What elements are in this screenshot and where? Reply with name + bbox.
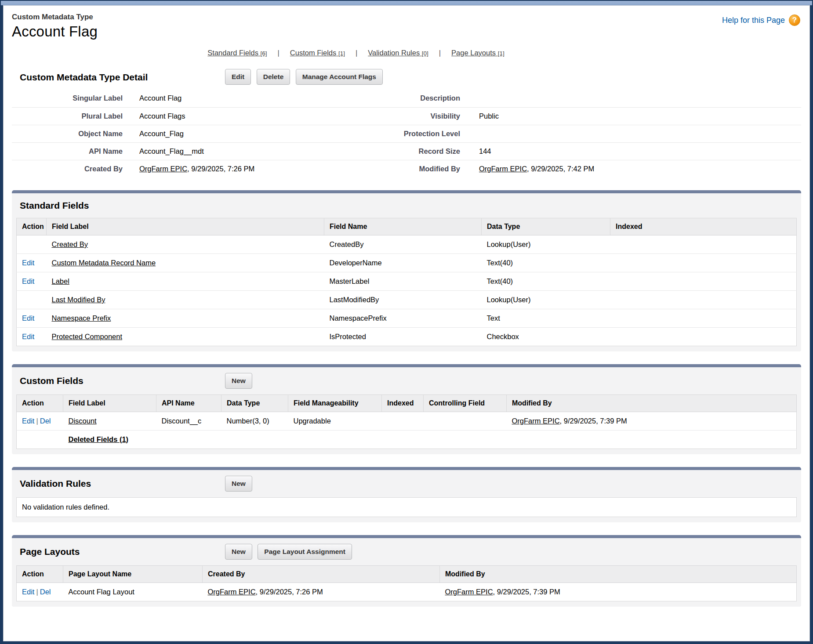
standard-fields-section: Standard Fields Action Field Label Field… xyxy=(12,190,801,351)
section-header-bar xyxy=(12,190,801,193)
controlling-field-cell xyxy=(424,412,507,431)
nav-link-validation-rules[interactable]: Validation Rules [0] xyxy=(368,49,428,57)
nav-link-label: Custom Fields xyxy=(290,49,336,57)
table-row: Edit Namespace Prefix NamespacePrefix Te… xyxy=(17,309,797,328)
help-area: Help for this Page ? xyxy=(722,14,800,26)
detail-label: Created By xyxy=(12,160,126,177)
field-manageability-cell: Upgradable xyxy=(288,412,382,431)
indexed-cell xyxy=(610,235,797,254)
field-label-link[interactable]: Discount xyxy=(69,417,97,425)
detail-row: Created By OrgFarm EPIC, 9/29/2025, 7:26… xyxy=(12,160,801,177)
detail-label: Modified By xyxy=(339,160,464,177)
detail-row: API Name Account_Flag__mdt Record Size 1… xyxy=(12,142,801,160)
section-header-bar xyxy=(12,364,801,367)
detail-label: API Name xyxy=(12,142,126,160)
edit-action-link[interactable]: Edit xyxy=(22,259,34,267)
new-validation-rule-button[interactable]: New xyxy=(225,476,252,492)
detail-value-plural-label: Account Flags xyxy=(126,107,339,125)
indexed-cell xyxy=(382,412,424,431)
nav-separator: | xyxy=(439,49,441,57)
field-name-cell: CreatedBy xyxy=(324,235,482,254)
new-custom-field-button[interactable]: New xyxy=(225,373,252,389)
column-header-controlling-field: Controlling Field xyxy=(424,395,507,412)
field-label-link[interactable]: Label xyxy=(52,277,69,285)
field-label-link[interactable]: Protected Component xyxy=(52,333,123,340)
detail-row: Object Name Account_Flag Protection Leve… xyxy=(12,125,801,142)
detail-label: Protection Level xyxy=(339,125,464,142)
column-header-api-name: API Name xyxy=(156,395,221,412)
field-label-link[interactable]: Last Modified By xyxy=(52,296,105,304)
section-header-bar xyxy=(12,535,801,538)
edit-action-link[interactable]: Edit xyxy=(22,277,34,285)
del-action-link[interactable]: Del xyxy=(40,588,51,596)
modified-by-user-link[interactable]: OrgFarm EPIC xyxy=(445,588,493,596)
edit-button[interactable]: Edit xyxy=(225,69,251,85)
page-layout-assignment-button[interactable]: Page Layout Assignment xyxy=(258,544,352,560)
column-header-field-label: Field Label xyxy=(63,395,156,412)
column-header-modified-by: Modified By xyxy=(507,395,797,412)
help-question-icon[interactable]: ? xyxy=(789,14,800,26)
modified-by-datetime: , 9/29/2025, 7:42 PM xyxy=(527,165,594,173)
deleted-fields-link[interactable]: Deleted Fields (1) xyxy=(69,435,129,443)
edit-action-link[interactable]: Edit xyxy=(22,314,34,322)
new-page-layout-button[interactable]: New xyxy=(225,544,252,560)
page-layout-name-cell: Account Flag Layout xyxy=(63,583,203,601)
detail-title: Custom Metadata Type Detail xyxy=(20,72,148,83)
nav-link-standard-fields[interactable]: Standard Fields [6] xyxy=(207,49,267,57)
column-header-data-type: Data Type xyxy=(221,395,288,412)
table-row: Edit Label MasterLabel Text(40) xyxy=(17,272,797,291)
nav-link-count: [1] xyxy=(498,50,504,57)
created-by-user-link[interactable]: OrgFarm EPIC xyxy=(208,588,256,596)
nav-link-label: Standard Fields xyxy=(207,49,258,57)
modified-by-user-link[interactable]: OrgFarm EPIC xyxy=(479,165,527,173)
custom-fields-table: Action Field Label API Name Data Type Fi… xyxy=(16,394,797,449)
validation-rules-buttons: New xyxy=(225,476,256,492)
edit-action-link[interactable]: Edit xyxy=(22,333,34,340)
detail-value-modified-by: OrgFarm EPIC, 9/29/2025, 7:42 PM xyxy=(464,160,801,177)
detail-label: Object Name xyxy=(12,125,126,142)
page-layouts-buttons: New Page Layout Assignment xyxy=(225,544,356,560)
field-name-cell: IsProtected xyxy=(324,328,482,346)
detail-value-description xyxy=(464,90,801,107)
column-header-page-layout-name: Page Layout Name xyxy=(63,566,203,583)
indexed-cell xyxy=(610,291,797,309)
field-label-link[interactable]: Created By xyxy=(52,240,88,248)
edit-action-link[interactable]: Edit xyxy=(22,417,34,425)
page-title: Account Flag xyxy=(12,23,801,40)
detail-label: Record Size xyxy=(339,142,464,160)
action-separator: | xyxy=(36,588,38,596)
indexed-cell xyxy=(610,309,797,328)
page-kicker: Custom Metadata Type xyxy=(12,13,801,22)
modified-by-cell: OrgFarm EPIC, 9/29/2025, 7:39 PM xyxy=(440,583,797,601)
detail-value-api-name: Account_Flag__mdt xyxy=(126,142,339,160)
field-label-link[interactable]: Namespace Prefix xyxy=(52,314,111,322)
created-by-datetime: , 9/29/2025, 7:26 PM xyxy=(187,165,254,173)
detail-value-visibility: Public xyxy=(464,107,801,125)
help-for-this-page-link[interactable]: Help for this Page xyxy=(722,16,785,25)
column-header-data-type: Data Type xyxy=(482,218,610,235)
created-by-user-link[interactable]: OrgFarm EPIC xyxy=(139,165,187,173)
custom-fields-section: Custom Fields New Action Field Label API… xyxy=(12,364,801,454)
field-name-cell: LastModifiedBy xyxy=(324,291,482,309)
column-header-field-manageability: Field Manageability xyxy=(288,395,382,412)
section-header-bar xyxy=(12,467,801,470)
column-header-modified-by: Modified By xyxy=(440,566,797,583)
del-action-link[interactable]: Del xyxy=(40,417,51,425)
column-header-action: Action xyxy=(17,218,47,235)
nav-link-custom-fields[interactable]: Custom Fields [1] xyxy=(290,49,345,57)
custom-fields-title: Custom Fields xyxy=(20,376,83,386)
delete-button[interactable]: Delete xyxy=(257,69,290,85)
detail-row: Singular Label Account Flag Description xyxy=(12,90,801,107)
modified-by-user-link[interactable]: OrgFarm EPIC xyxy=(512,417,560,425)
page-header: Custom Metadata Type Account Flag Help f… xyxy=(12,6,801,40)
validation-rules-empty-message: No validation rules defined. xyxy=(16,497,797,517)
data-type-cell: Text(40) xyxy=(482,254,610,272)
nav-link-label: Page Layouts xyxy=(451,49,496,57)
validation-rules-section: Validation Rules New No validation rules… xyxy=(12,467,801,522)
nav-link-page-layouts[interactable]: Page Layouts [1] xyxy=(451,49,504,57)
edit-action-link[interactable]: Edit xyxy=(22,588,34,596)
detail-value-protection-level xyxy=(464,125,801,142)
column-header-action: Action xyxy=(17,566,63,583)
manage-account-flags-button[interactable]: Manage Account Flags xyxy=(296,69,383,85)
field-label-link[interactable]: Custom Metadata Record Name xyxy=(52,259,156,267)
